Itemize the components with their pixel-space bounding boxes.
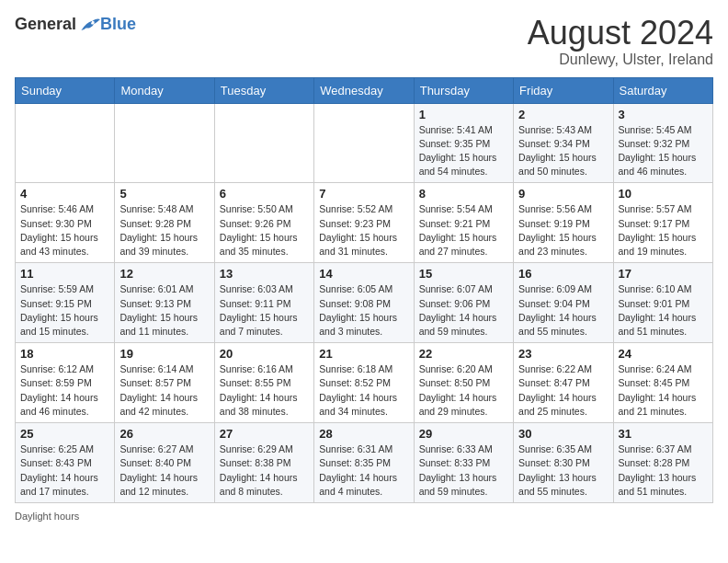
page-header: General Blue August 2024 Dunlewy, Ulster… <box>15 15 713 68</box>
day-detail: Sunrise: 6:09 AMSunset: 9:04 PMDaylight:… <box>518 282 608 339</box>
calendar-week-row: 25Sunrise: 6:25 AMSunset: 8:43 PMDayligh… <box>16 423 713 503</box>
daylight-hours-text: Daylight hours <box>15 511 79 522</box>
day-detail: Sunrise: 6:07 AMSunset: 9:06 PMDaylight:… <box>419 282 508 339</box>
day-detail: Sunrise: 6:33 AMSunset: 8:33 PMDaylight:… <box>419 442 508 499</box>
day-number: 15 <box>419 267 508 281</box>
day-number: 23 <box>518 347 608 361</box>
day-number: 24 <box>619 347 708 361</box>
day-detail: Sunrise: 6:12 AMSunset: 8:59 PMDaylight:… <box>20 362 109 419</box>
day-number: 12 <box>119 267 209 281</box>
table-row: 19Sunrise: 6:14 AMSunset: 8:57 PMDayligh… <box>115 343 214 423</box>
table-row: 26Sunrise: 6:27 AMSunset: 8:40 PMDayligh… <box>115 423 214 503</box>
day-detail: Sunrise: 6:25 AMSunset: 8:43 PMDaylight:… <box>20 442 109 499</box>
table-row: 24Sunrise: 6:24 AMSunset: 8:45 PMDayligh… <box>613 343 712 423</box>
day-detail: Sunrise: 6:03 AMSunset: 9:11 PMDaylight:… <box>220 282 309 339</box>
day-number: 26 <box>119 427 209 441</box>
logo-blue-text: Blue <box>100 15 136 34</box>
table-row: 9Sunrise: 5:56 AMSunset: 9:19 PMDaylight… <box>514 183 613 263</box>
day-number: 3 <box>619 108 708 121</box>
day-detail: Sunrise: 6:22 AMSunset: 8:47 PMDaylight:… <box>518 362 608 419</box>
day-number: 5 <box>119 187 209 201</box>
table-row: 27Sunrise: 6:29 AMSunset: 8:38 PMDayligh… <box>214 423 313 503</box>
day-detail: Sunrise: 6:37 AMSunset: 8:28 PMDaylight:… <box>619 442 708 499</box>
table-row: 20Sunrise: 6:16 AMSunset: 8:55 PMDayligh… <box>214 343 313 423</box>
day-number: 11 <box>20 267 109 281</box>
day-number: 21 <box>319 347 408 361</box>
day-number: 7 <box>319 187 408 201</box>
table-row: 30Sunrise: 6:35 AMSunset: 8:30 PMDayligh… <box>514 423 613 503</box>
table-row <box>16 103 115 183</box>
day-number: 20 <box>220 347 309 361</box>
day-detail: Sunrise: 5:48 AMSunset: 9:28 PMDaylight:… <box>119 202 209 259</box>
day-detail: Sunrise: 5:52 AMSunset: 9:23 PMDaylight:… <box>319 202 408 259</box>
table-row: 31Sunrise: 6:37 AMSunset: 8:28 PMDayligh… <box>613 423 712 503</box>
day-detail: Sunrise: 5:46 AMSunset: 9:30 PMDaylight:… <box>20 202 109 259</box>
day-detail: Sunrise: 6:24 AMSunset: 8:45 PMDaylight:… <box>619 362 708 419</box>
day-detail: Sunrise: 6:16 AMSunset: 8:55 PMDaylight:… <box>220 362 309 419</box>
table-row: 12Sunrise: 6:01 AMSunset: 9:13 PMDayligh… <box>115 263 214 343</box>
day-detail: Sunrise: 5:50 AMSunset: 9:26 PMDaylight:… <box>220 202 309 259</box>
day-detail: Sunrise: 6:31 AMSunset: 8:35 PMDaylight:… <box>319 442 408 499</box>
table-row: 6Sunrise: 5:50 AMSunset: 9:26 PMDaylight… <box>214 183 313 263</box>
day-detail: Sunrise: 5:41 AMSunset: 9:35 PMDaylight:… <box>419 123 508 179</box>
col-tuesday: Tuesday <box>214 77 313 103</box>
day-detail: Sunrise: 6:29 AMSunset: 8:38 PMDaylight:… <box>220 442 309 499</box>
day-number: 22 <box>419 347 508 361</box>
table-row: 15Sunrise: 6:07 AMSunset: 9:06 PMDayligh… <box>414 263 513 343</box>
day-detail: Sunrise: 6:10 AMSunset: 9:01 PMDaylight:… <box>619 282 708 339</box>
table-row <box>214 103 313 183</box>
day-detail: Sunrise: 6:14 AMSunset: 8:57 PMDaylight:… <box>119 362 209 419</box>
title-block: August 2024 Dunlewy, Ulster, Ireland <box>528 15 713 68</box>
day-number: 29 <box>419 427 508 441</box>
table-row: 29Sunrise: 6:33 AMSunset: 8:33 PMDayligh… <box>414 423 513 503</box>
calendar-week-row: 18Sunrise: 6:12 AMSunset: 8:59 PMDayligh… <box>16 343 713 423</box>
day-number: 19 <box>119 347 209 361</box>
col-sunday: Sunday <box>16 77 115 103</box>
day-detail: Sunrise: 6:20 AMSunset: 8:50 PMDaylight:… <box>419 362 508 419</box>
day-detail: Sunrise: 6:35 AMSunset: 8:30 PMDaylight:… <box>518 442 608 499</box>
day-detail: Sunrise: 5:59 AMSunset: 9:15 PMDaylight:… <box>20 282 109 339</box>
table-row: 23Sunrise: 6:22 AMSunset: 8:47 PMDayligh… <box>514 343 613 423</box>
day-detail: Sunrise: 6:05 AMSunset: 9:08 PMDaylight:… <box>319 282 408 339</box>
logo-general-text: General <box>15 15 76 34</box>
col-saturday: Saturday <box>613 77 712 103</box>
daylight-hours-label: Daylight hours <box>15 511 79 522</box>
day-number: 10 <box>619 187 708 201</box>
day-detail: Sunrise: 6:01 AMSunset: 9:13 PMDaylight:… <box>119 282 209 339</box>
logo: General Blue <box>15 15 136 34</box>
day-number: 8 <box>419 187 508 201</box>
table-row: 18Sunrise: 6:12 AMSunset: 8:59 PMDayligh… <box>16 343 115 423</box>
day-number: 14 <box>319 267 408 281</box>
day-detail: Sunrise: 5:57 AMSunset: 9:17 PMDaylight:… <box>619 202 708 259</box>
day-number: 27 <box>220 427 309 441</box>
table-row: 28Sunrise: 6:31 AMSunset: 8:35 PMDayligh… <box>314 423 414 503</box>
logo-bird-icon <box>78 16 100 34</box>
col-thursday: Thursday <box>414 77 513 103</box>
col-friday: Friday <box>514 77 613 103</box>
table-row: 8Sunrise: 5:54 AMSunset: 9:21 PMDaylight… <box>414 183 513 263</box>
table-row: 25Sunrise: 6:25 AMSunset: 8:43 PMDayligh… <box>16 423 115 503</box>
day-number: 1 <box>419 108 508 121</box>
table-row: 14Sunrise: 6:05 AMSunset: 9:08 PMDayligh… <box>314 263 414 343</box>
table-row: 3Sunrise: 5:45 AMSunset: 9:32 PMDaylight… <box>613 103 712 183</box>
month-year-title: August 2024 <box>528 15 713 52</box>
day-number: 9 <box>518 187 608 201</box>
table-row: 2Sunrise: 5:43 AMSunset: 9:34 PMDaylight… <box>514 103 613 183</box>
day-number: 30 <box>518 427 608 441</box>
day-detail: Sunrise: 6:27 AMSunset: 8:40 PMDaylight:… <box>119 442 209 499</box>
day-number: 17 <box>619 267 708 281</box>
calendar-week-row: 11Sunrise: 5:59 AMSunset: 9:15 PMDayligh… <box>16 263 713 343</box>
table-row: 22Sunrise: 6:20 AMSunset: 8:50 PMDayligh… <box>414 343 513 423</box>
day-number: 6 <box>220 187 309 201</box>
calendar-table: Sunday Monday Tuesday Wednesday Thursday… <box>15 77 713 503</box>
day-number: 28 <box>319 427 408 441</box>
day-detail: Sunrise: 6:18 AMSunset: 8:52 PMDaylight:… <box>319 362 408 419</box>
day-number: 31 <box>619 427 708 441</box>
location-subtitle: Dunlewy, Ulster, Ireland <box>528 52 713 68</box>
calendar-header-row: Sunday Monday Tuesday Wednesday Thursday… <box>16 77 713 103</box>
col-monday: Monday <box>115 77 214 103</box>
day-number: 18 <box>20 347 109 361</box>
day-detail: Sunrise: 5:54 AMSunset: 9:21 PMDaylight:… <box>419 202 508 259</box>
table-row: 16Sunrise: 6:09 AMSunset: 9:04 PMDayligh… <box>514 263 613 343</box>
table-row: 4Sunrise: 5:46 AMSunset: 9:30 PMDaylight… <box>16 183 115 263</box>
